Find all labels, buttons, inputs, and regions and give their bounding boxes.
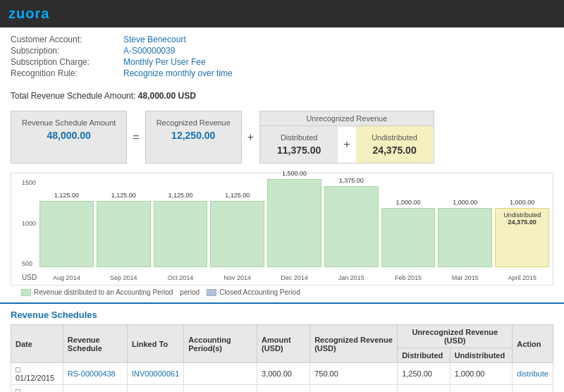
chart-bar: 1,125.00 bbox=[97, 201, 151, 267]
recognized-revenue-box: Recognized Revenue 12,250.00 bbox=[145, 111, 242, 164]
chart-col: 1,000.00April 2015Undistributed24,375.00 bbox=[495, 208, 549, 267]
col-undistributed: Undistributed bbox=[450, 348, 513, 363]
bar-value-label: 1,125.00 bbox=[97, 192, 150, 199]
customer-account-label: Customer Account: bbox=[11, 35, 123, 44]
chart-bar: 1,125.00 bbox=[154, 201, 208, 267]
chart-bar: 1,500.00 bbox=[267, 179, 321, 267]
undistributed-box-value: 24,375.00 bbox=[367, 145, 423, 156]
cell-recognized-revenue: 250.00 bbox=[310, 385, 398, 393]
cell-date: □ 01/12/2015 bbox=[11, 363, 63, 385]
bar-period-label: Sep 2014 bbox=[97, 274, 151, 281]
subscription-charge-value[interactable]: Monthly Per User Fee bbox=[123, 57, 206, 67]
distributed-box-label: Distributed bbox=[271, 133, 327, 142]
legend-closed: Closed Accounting Period bbox=[207, 288, 300, 296]
chart-col: 1,125.00Aug 2014 bbox=[39, 201, 94, 267]
chart-usd-label: USD bbox=[22, 274, 37, 281]
subscription-charge-label: Subscription Charge: bbox=[11, 57, 123, 67]
unrecognized-header: Unrecognized Revenue bbox=[260, 111, 433, 126]
cell-linked-to[interactable]: INV00000061 bbox=[127, 363, 183, 385]
recognition-rule-label: Recognition Rule: bbox=[11, 68, 123, 78]
cell-distributed: 1,500.00 bbox=[398, 385, 450, 393]
total-schedule-label: Total Revenue Schedule Amount: bbox=[11, 91, 135, 101]
unrecognized-group: Unrecognized Revenue Distributed 11,375.… bbox=[259, 111, 434, 164]
subscription-value[interactable]: A-S00000039 bbox=[123, 46, 175, 56]
cell-linked-to[interactable]: INV00000061 bbox=[127, 385, 183, 393]
cell-revenue-schedule[interactable]: RS-00000438 bbox=[63, 363, 127, 385]
total-schedule-value: 48,000.00 USD bbox=[138, 91, 196, 101]
bar-period-label: Mar 2015 bbox=[438, 274, 492, 281]
recognized-revenue-box-label: Recognized Revenue bbox=[157, 118, 231, 127]
cell-accounting-periods bbox=[184, 363, 257, 385]
bar-period-label: Feb 2015 bbox=[381, 274, 436, 281]
logo-text: zuora bbox=[8, 6, 49, 21]
plus-operator: + bbox=[242, 111, 259, 164]
revenue-schedule-box: Revenue Schedule Amount 48,000.00 bbox=[11, 111, 127, 164]
cell-action[interactable]: distribute bbox=[513, 385, 553, 393]
customer-account-value[interactable]: Steve Benecourt bbox=[123, 35, 186, 44]
col-amount: Amount (USD) bbox=[257, 325, 310, 363]
bar-period-label: Dec 2014 bbox=[267, 274, 321, 281]
customer-account-row: Customer Account: Steve Benecourt bbox=[11, 35, 553, 44]
revenue-schedule-box-label: Revenue Schedule Amount bbox=[22, 118, 116, 127]
chart-y-label: 1000 bbox=[22, 220, 36, 227]
table-row: □ 01/12/2015 RS-00000438 INV00000061 3,0… bbox=[11, 363, 553, 385]
logo: zuora bbox=[8, 6, 49, 22]
cell-amount: 3,000.00 bbox=[257, 363, 310, 385]
cell-undistributed: 1,000.00 bbox=[450, 363, 513, 385]
col-revenue-schedule: Revenue Schedule bbox=[63, 325, 127, 363]
inner-plus-operator: + bbox=[338, 126, 355, 163]
bar-value-label: 1,125.00 bbox=[40, 192, 93, 199]
legend-distributed-icon bbox=[21, 289, 31, 296]
legend-closed-icon bbox=[207, 289, 216, 296]
chart-col: 1,125.00Sep 2014 bbox=[97, 201, 151, 267]
undistributed-bar-label: Undistributed24,375.00 bbox=[495, 212, 549, 226]
legend-period-text: period bbox=[180, 288, 200, 296]
bar-value-label: 1,000.00 bbox=[382, 199, 435, 206]
recognition-rule-value[interactable]: Recognize monthly over time bbox=[123, 68, 233, 78]
recognition-rule-row: Recognition Rule: Recognize monthly over… bbox=[11, 68, 553, 78]
distributed-box-value: 11,375.00 bbox=[271, 145, 327, 156]
chart-y-labels: 15001000500 bbox=[22, 179, 36, 267]
col-recognized-revenue: Recognized Revenue (USD) bbox=[310, 325, 398, 363]
chart-y-label: 1500 bbox=[22, 179, 36, 186]
bar-value-label: 1,125.00 bbox=[154, 192, 207, 199]
total-schedule-row: Total Revenue Schedule Amount: 48,000.00… bbox=[0, 87, 564, 105]
bar-value-label: 1,000.00 bbox=[439, 199, 491, 206]
cell-accounting-periods bbox=[184, 385, 257, 393]
chart-legend: Revenue distributed to an Accounting Per… bbox=[11, 286, 553, 299]
bar-value-label: 1,000.00 bbox=[496, 199, 548, 206]
minus-operator: = bbox=[127, 111, 145, 164]
bar-period-label: Oct 2014 bbox=[154, 274, 208, 281]
cell-action[interactable]: distribute bbox=[513, 363, 553, 385]
chart-y-label: 500 bbox=[22, 260, 36, 267]
col-linked-to: Linked To bbox=[127, 325, 183, 363]
subscription-label: Subscription: bbox=[11, 46, 123, 56]
chart-container: USD 1,125.00Aug 20141,125.00Sep 20141,12… bbox=[11, 173, 553, 286]
cell-date: □ 01/12/2015 bbox=[11, 385, 63, 393]
unrecognized-inner: Distributed 11,375.00 + Undistributed 24… bbox=[260, 126, 433, 163]
chart-col: 1,125.00Nov 2014 bbox=[210, 201, 264, 267]
cell-revenue-schedule[interactable]: RS-00000434 bbox=[63, 385, 127, 393]
col-action: Action bbox=[513, 325, 553, 363]
chart-col: 1,000.00Feb 2015 bbox=[381, 208, 436, 267]
undistributed-summary-box: Undistributed 24,375.00 bbox=[356, 126, 434, 163]
col-date: Date bbox=[11, 325, 63, 363]
revenue-schedules-table: Date Revenue Schedule Linked To Accounti… bbox=[11, 324, 553, 392]
undistributed-box-label: Undistributed bbox=[367, 133, 423, 142]
revenue-schedule-box-value: 48,000.00 bbox=[22, 130, 116, 141]
chart-bar: 1,000.00 bbox=[438, 208, 492, 267]
table-header-row: Date Revenue Schedule Linked To Accounti… bbox=[11, 325, 553, 348]
chart-section: USD 1,125.00Aug 20141,125.00Sep 20141,12… bbox=[0, 169, 564, 302]
bar-period-label: Aug 2014 bbox=[39, 274, 94, 281]
chart-bars: 1,125.00Aug 20141,125.00Sep 20141,125.00… bbox=[39, 179, 549, 267]
distributed-box: Distributed 11,375.00 bbox=[260, 126, 338, 163]
chart-col: 1,375.00Jan 2015 bbox=[324, 186, 379, 267]
bar-period-label: April 2015 bbox=[495, 274, 549, 281]
chart-col: 1,000.00Mar 2015 bbox=[438, 208, 492, 267]
bar-value-label: 1,125.00 bbox=[211, 192, 264, 199]
legend-distributed: Revenue distributed to an Accounting Per… bbox=[21, 288, 173, 296]
col-accounting-periods: Accounting Period(s) bbox=[184, 325, 257, 363]
chart-bar: 1,375.00 bbox=[324, 186, 379, 267]
chart-bar: 1,125.00 bbox=[39, 201, 94, 267]
recognized-revenue-box-value: 12,250.00 bbox=[157, 130, 231, 141]
